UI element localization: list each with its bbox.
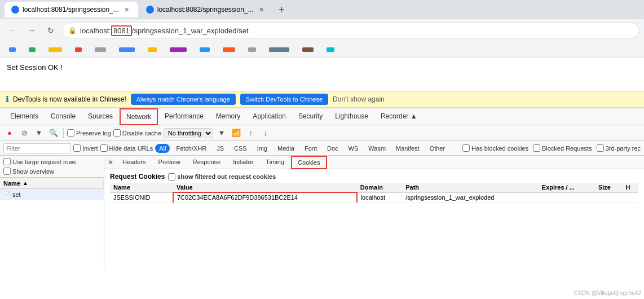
bookmark-5[interactable] — [90, 46, 112, 53]
bookmark-3[interactable] — [44, 46, 68, 53]
show-overview-checkbox[interactable] — [3, 168, 11, 175]
chip-css[interactable]: CSS — [230, 144, 251, 153]
chip-all[interactable]: All — [155, 144, 170, 153]
detail-tab-preview[interactable]: Preview — [153, 156, 186, 169]
url-port: 8081 — [111, 25, 132, 36]
bookmark-1[interactable] — [5, 46, 22, 53]
tab-devtools-lighthouse[interactable]: Lighthouse — [329, 108, 374, 125]
download-icon[interactable]: ↓ — [259, 127, 272, 139]
throttle-icon[interactable]: ▼ — [215, 127, 228, 139]
watermark: CSDN @VillageQingchu42 — [574, 290, 641, 296]
detail-close-button[interactable]: ✕ — [108, 159, 113, 166]
search-button[interactable]: 🔍 — [47, 127, 60, 139]
tab-1[interactable]: localhost:8081/springsession_... ✕ — [5, 2, 138, 17]
chip-js[interactable]: JS — [213, 144, 228, 153]
detail-tab-headers[interactable]: Headers — [117, 156, 152, 169]
bookmark-8[interactable] — [165, 46, 193, 53]
bookmark-4[interactable] — [70, 46, 88, 53]
bookmark-6[interactable] — [114, 46, 141, 53]
large-rows-checkbox[interactable] — [3, 158, 11, 165]
tab-devtools-memory[interactable]: Memory — [210, 108, 246, 125]
chip-wasm[interactable]: Wasm — [364, 144, 390, 153]
chip-media[interactable]: Media — [274, 144, 298, 153]
col-expires-th: Expires / ... — [539, 183, 595, 192]
filter-input[interactable] — [3, 143, 71, 153]
bookmark-10[interactable] — [218, 46, 241, 53]
request-row-set[interactable]: 📄 set — [0, 189, 104, 200]
url-bar[interactable]: 🔒 localhost:8081/springsession_1_war_exp… — [62, 23, 639, 38]
lock-icon: 🔒 — [68, 27, 77, 34]
col-domain-th: Domain — [357, 183, 403, 192]
blocked-cookies-label[interactable]: Has blocked cookies — [462, 144, 528, 152]
tab-devtools-network[interactable]: Network — [120, 108, 158, 125]
throttle-select[interactable]: No throttling — [164, 128, 213, 138]
large-rows-label[interactable]: Use large request rows — [3, 158, 100, 165]
invert-label[interactable]: Invert — [73, 144, 98, 152]
tab-devtools-elements[interactable]: Elements — [5, 108, 44, 125]
third-party-checkbox[interactable] — [597, 144, 604, 152]
cookie-row-jsessionid[interactable]: JSESSIONID 7C02C34ECA8A6F62DF9D386531BC2… — [110, 192, 638, 203]
filter-button[interactable]: ▼ — [33, 127, 45, 139]
bookmark-7[interactable] — [143, 46, 163, 53]
cookies-header-row: Name Value Domain Path Expires / ... Siz… — [110, 183, 638, 192]
disable-cache-label[interactable]: Disable cache — [113, 129, 161, 137]
col-value-th: Value — [173, 183, 357, 192]
chip-ws[interactable]: WS — [345, 144, 363, 153]
show-overview-label[interactable]: Show overview — [3, 168, 100, 175]
tab-devtools-recorder[interactable]: Recorder ▲ — [375, 108, 423, 125]
tab-title-1: localhost:8081/springsession_... — [23, 6, 119, 14]
record-button[interactable]: ● — [3, 127, 16, 139]
hide-data-urls-label[interactable]: Hide data URLs — [100, 144, 153, 152]
back-button[interactable]: ← — [5, 23, 20, 38]
cookie-size-cell — [595, 192, 623, 203]
tab-devtools-performance[interactable]: Performance — [159, 108, 209, 125]
hide-data-urls-checkbox[interactable] — [100, 144, 108, 152]
tab-2[interactable]: localhost:8082/springsession_... ✕ — [139, 2, 273, 17]
tab-devtools-security[interactable]: Security — [293, 108, 328, 125]
wifi-icon: 📶 — [230, 127, 242, 139]
disable-cache-checkbox[interactable] — [113, 129, 121, 137]
third-party-label[interactable]: 3rd-party rec — [597, 144, 641, 152]
bookmark-13[interactable] — [298, 46, 320, 53]
col-name-th: Name — [110, 183, 173, 192]
preserve-log-checkbox[interactable] — [67, 129, 74, 137]
dont-show-again-button[interactable]: Don't show again — [333, 95, 385, 103]
bookmark-12[interactable] — [264, 46, 295, 53]
blocked-requests-label[interactable]: Blocked Requests — [533, 144, 592, 152]
upload-icon[interactable]: ↑ — [245, 127, 257, 139]
detail-tab-cookies[interactable]: Cookies — [291, 156, 327, 169]
tab-devtools-application[interactable]: Application — [247, 108, 292, 125]
cookies-table: Name Value Domain Path Expires / ... Siz… — [110, 183, 638, 203]
match-language-button[interactable]: Always match Chrome's language — [131, 94, 236, 105]
chip-fetch[interactable]: Fetch/XHR — [172, 144, 210, 153]
chip-img[interactable]: Img — [253, 144, 271, 153]
refresh-button[interactable]: ↻ — [43, 23, 59, 38]
show-filtered-checkbox[interactable] — [168, 173, 175, 181]
chip-doc[interactable]: Doc — [323, 144, 342, 153]
blocked-requests-checkbox[interactable] — [533, 144, 540, 152]
bookmark-14[interactable] — [322, 46, 341, 53]
switch-chinese-button[interactable]: Switch DevTools to Chinese — [240, 94, 328, 105]
stop-button[interactable]: ⊘ — [18, 127, 30, 139]
detail-tab-bar: ✕ Headers Preview Response Initiator Tim… — [104, 156, 644, 169]
cookie-domain-cell: localhost — [357, 192, 403, 203]
tab-close-1[interactable]: ✕ — [122, 5, 131, 14]
invert-checkbox[interactable] — [73, 144, 81, 152]
chip-manifest[interactable]: Manifest — [392, 144, 424, 153]
bookmark-2[interactable] — [24, 46, 42, 53]
tab-devtools-console[interactable]: Console — [45, 108, 81, 125]
show-filtered-label[interactable]: show filtered out request cookies — [168, 173, 276, 181]
detail-tab-initiator[interactable]: Initiator — [227, 156, 259, 169]
tab-devtools-sources[interactable]: Sources — [82, 108, 118, 125]
bookmark-9[interactable] — [195, 46, 216, 53]
bookmark-11[interactable] — [244, 46, 262, 53]
forward-button[interactable]: → — [24, 23, 39, 38]
detail-tab-timing[interactable]: Timing — [260, 156, 290, 169]
tab-close-2[interactable]: ✕ — [257, 5, 266, 14]
chip-font[interactable]: Font — [301, 144, 321, 153]
detail-tab-response[interactable]: Response — [187, 156, 227, 169]
chip-other[interactable]: Other — [426, 144, 449, 153]
preserve-log-label[interactable]: Preserve log — [67, 129, 111, 137]
blocked-cookies-checkbox[interactable] — [462, 144, 470, 152]
new-tab-button[interactable]: + — [274, 2, 290, 17]
